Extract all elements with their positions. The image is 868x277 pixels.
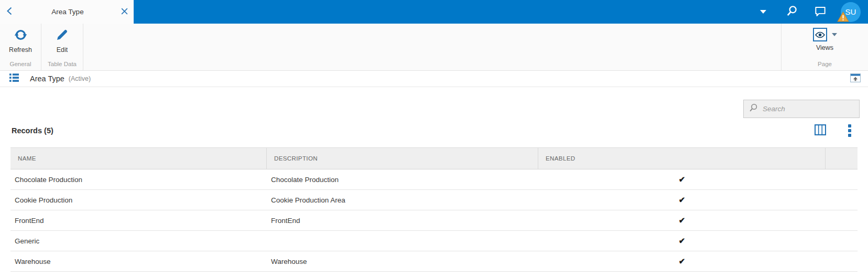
- cell-name: Chocolate Production: [10, 169, 267, 189]
- cell-spacer: [826, 251, 858, 271]
- group-label-table-data: Table Data: [48, 61, 77, 70]
- back-chevron-icon: [5, 6, 15, 17]
- table-row[interactable]: Chocolate ProductionChocolate Production…: [10, 169, 858, 190]
- table-row[interactable]: FrontEndFrontEnd✔: [10, 210, 858, 231]
- cell-description: Chocolate Production: [267, 169, 538, 189]
- app-window: Area Type: [0, 0, 868, 277]
- chevron-down-icon: [760, 10, 766, 14]
- table-search-box[interactable]: [743, 100, 860, 118]
- status-badge: (Active): [69, 75, 91, 82]
- close-tab-button[interactable]: [121, 7, 128, 17]
- table-list-icon: [9, 73, 19, 84]
- page-title-bar: Area Type (Active): [0, 71, 868, 87]
- ribbon-toolbar: Refresh General Edit Table Data: [0, 24, 868, 71]
- page-title: Area Type: [30, 74, 64, 83]
- columns-icon: [815, 124, 826, 137]
- cell-spacer: [826, 231, 858, 251]
- global-search-button[interactable]: [784, 4, 800, 20]
- tab-area-type[interactable]: Area Type: [0, 0, 134, 24]
- column-header-description[interactable]: DESCRIPTION: [267, 148, 538, 169]
- cell-enabled: ✔: [538, 251, 826, 271]
- cell-name: Cookie Production: [10, 190, 267, 210]
- more-options-button[interactable]: [848, 124, 851, 137]
- search-icon: [785, 4, 799, 19]
- cell-name: FrontEnd: [10, 210, 267, 230]
- views-dropdown-icon[interactable]: [832, 33, 837, 36]
- tab-title: Area Type: [15, 8, 121, 16]
- cell-description: [267, 231, 538, 251]
- content-area: Records (5) NAME DESCRIPT: [0, 87, 868, 277]
- cell-spacer: [826, 190, 858, 210]
- group-label-general: General: [10, 61, 31, 70]
- table-row[interactable]: Generic✔: [10, 231, 858, 251]
- chat-icon: [813, 4, 827, 19]
- refresh-icon: [14, 28, 28, 44]
- check-icon: ✔: [679, 216, 686, 225]
- group-label-page: Page: [818, 61, 832, 70]
- table-row[interactable]: WarehouseWarehouse✔: [10, 251, 858, 272]
- records-header-row: Records (5): [0, 123, 868, 138]
- close-icon: [121, 7, 128, 17]
- user-menu[interactable]: SU: [841, 2, 862, 23]
- search-input-icon: [748, 103, 758, 115]
- refresh-label: Refresh: [9, 46, 32, 54]
- ribbon-group-general: Refresh General: [0, 24, 41, 70]
- check-icon: ✔: [679, 236, 686, 246]
- panel-up-icon: [850, 73, 861, 84]
- kebab-icon: [848, 124, 851, 127]
- top-bar: Area Type: [0, 0, 868, 24]
- ribbon-group-table-data: Edit Table Data: [41, 24, 83, 70]
- column-header-enabled[interactable]: ENABLED: [538, 148, 826, 169]
- check-icon: ✔: [679, 195, 686, 205]
- table-header-row: NAME DESCRIPTION ENABLED: [10, 147, 858, 169]
- edit-button[interactable]: Edit: [55, 28, 69, 54]
- cell-description: FrontEnd: [267, 210, 538, 230]
- table-body: Chocolate ProductionChocolate Production…: [10, 169, 858, 272]
- table-row[interactable]: Cookie ProductionCookie Production Area✔: [10, 190, 858, 210]
- cell-enabled: ✔: [538, 190, 826, 210]
- back-button[interactable]: [5, 6, 15, 17]
- ribbon-group-page: Views Page: [781, 24, 868, 70]
- collapse-panel-button[interactable]: [850, 73, 861, 84]
- cell-enabled: ✔: [538, 169, 826, 189]
- cell-enabled: ✔: [538, 210, 826, 230]
- messages-button[interactable]: [812, 4, 828, 20]
- cell-spacer: [826, 210, 858, 230]
- views-label: Views: [816, 44, 833, 51]
- eye-icon: [813, 28, 827, 41]
- app-bar: SU: [134, 0, 868, 24]
- cell-description: Cookie Production Area: [267, 190, 538, 210]
- warning-icon: [837, 12, 849, 24]
- cell-name: Generic: [10, 231, 267, 251]
- ribbon-left-groups: Refresh General Edit Table Data: [0, 24, 868, 70]
- edit-label: Edit: [57, 46, 68, 54]
- column-header-name[interactable]: NAME: [10, 148, 267, 169]
- cell-description: Warehouse: [267, 251, 538, 271]
- records-count-heading: Records (5): [0, 126, 53, 135]
- search-input[interactable]: [763, 105, 856, 113]
- column-settings-button[interactable]: [815, 124, 826, 137]
- cell-enabled: ✔: [538, 231, 826, 251]
- app-bar-dropdown-button[interactable]: [760, 10, 784, 14]
- records-table: NAME DESCRIPTION ENABLED Chocolate Produ…: [10, 147, 858, 272]
- column-header-spacer: [826, 148, 858, 169]
- refresh-button[interactable]: Refresh: [9, 28, 32, 54]
- cell-name: Warehouse: [10, 251, 267, 271]
- cell-spacer: [826, 169, 858, 189]
- edit-pencil-icon: [55, 28, 69, 44]
- check-icon: ✔: [679, 175, 686, 184]
- check-icon: ✔: [679, 257, 686, 266]
- views-button[interactable]: Views: [813, 28, 837, 51]
